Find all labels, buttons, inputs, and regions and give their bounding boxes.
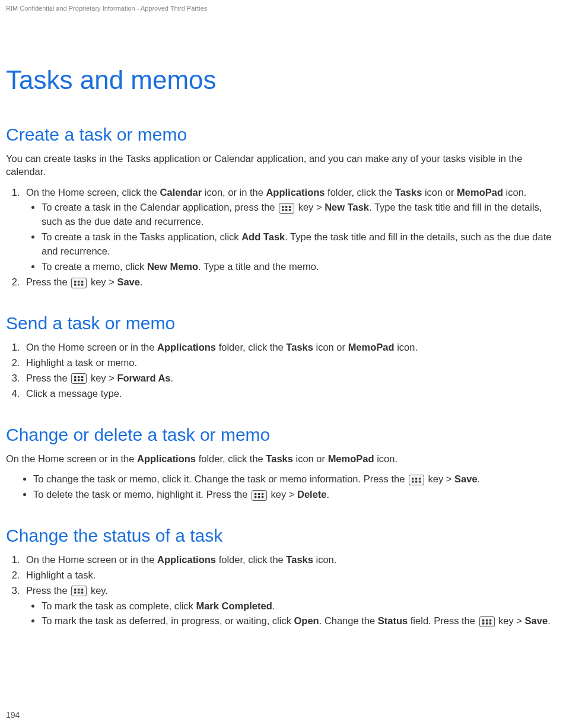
bold: New Memo [147, 261, 198, 272]
bold: MemoPad [457, 187, 503, 198]
bold: Tasks [286, 554, 313, 565]
text: To change the task or memo, click it. Ch… [33, 473, 408, 484]
section-create: Create a task or memo You can create tas… [6, 125, 557, 290]
bold: Add Task [241, 231, 285, 242]
text: icon. [313, 554, 336, 565]
step-2: Press the key > Save. [23, 275, 557, 290]
bold: Save [117, 276, 140, 287]
text: To mark the task as deferred, in progres… [42, 615, 294, 626]
text: field. Press the [408, 615, 478, 626]
text: key. [88, 585, 108, 596]
bold: MemoPad [328, 453, 374, 464]
bold: Tasks [266, 453, 293, 464]
blackberry-key-icon [252, 490, 267, 501]
sub-bullets: To mark the task as complete, click Mark… [26, 599, 557, 629]
text: icon or [293, 453, 328, 464]
text: . [478, 473, 481, 484]
text: icon or [422, 187, 457, 198]
text: . [140, 276, 143, 287]
bold: Applications [157, 554, 216, 565]
bold: MemoPad [348, 342, 395, 352]
step: Press the key. To mark the task as compl… [23, 584, 557, 629]
text: icon. [395, 342, 418, 352]
step: Press the key > Forward As. [23, 371, 557, 386]
heading-change-delete: Change or delete a task or memo [6, 425, 557, 445]
text: To create a memo, click [42, 261, 147, 272]
text: . [327, 489, 330, 500]
text: . [171, 373, 174, 383]
text: . [548, 615, 551, 626]
bold: Calendar [160, 187, 202, 198]
bullet: To create a task in the Calendar applica… [42, 201, 557, 229]
blackberry-key-icon [279, 203, 294, 214]
text: To create a task in the Tasks applicatio… [42, 231, 241, 242]
text: To mark the task as complete, click [42, 600, 196, 611]
bold: Applications [266, 187, 325, 198]
text: icon, or in the [202, 187, 266, 198]
bold: Tasks [395, 187, 422, 198]
step-1: On the Home screen, click the Calendar i… [23, 186, 557, 275]
text: key > [88, 373, 117, 383]
change-delete-bullets: To change the task or memo, click it. Ch… [18, 472, 557, 502]
intro-line: On the Home screen or in the Application… [6, 452, 557, 465]
text: On the Home screen or in the [26, 342, 157, 352]
blackberry-key-icon [479, 616, 495, 627]
text: . Change the [319, 615, 378, 626]
bold: Applications [137, 453, 196, 464]
text: key > [88, 276, 117, 287]
bold: Save [454, 473, 478, 484]
step: Click a message type. [23, 387, 557, 401]
bold: Mark Completed [196, 600, 272, 611]
step: Highlight a task. [23, 568, 557, 583]
text: On the Home screen or in the [26, 554, 157, 565]
text: Press the [26, 276, 70, 287]
text: icon. [503, 187, 526, 198]
status-steps: On the Home screen or in the Application… [6, 553, 557, 629]
heading-create: Create a task or memo [6, 125, 557, 145]
text: . [272, 600, 275, 611]
text: folder, click the [216, 554, 286, 565]
blackberry-key-icon [71, 586, 87, 596]
text: To delete the task or memo, highlight it… [33, 489, 250, 500]
step: On the Home screen or in the Application… [23, 553, 557, 567]
text: icon or [313, 342, 348, 352]
bold: Save [525, 615, 548, 626]
text: On the Home screen or in the [6, 453, 137, 464]
text: icon. [374, 453, 397, 464]
bold: Tasks [286, 342, 313, 352]
bullet: To delete the task or memo, highlight it… [33, 488, 557, 502]
section-status: Change the status of a task On the Home … [6, 526, 557, 629]
text: Press the [26, 585, 70, 596]
heading-status: Change the status of a task [6, 526, 557, 546]
section-send: Send a task or memo On the Home screen o… [6, 313, 557, 401]
bold: Delete [297, 489, 327, 500]
text: folder, click the [325, 187, 395, 198]
bold: New Task [325, 202, 369, 212]
bold: Open [294, 615, 319, 626]
sub-bullets: To create a task in the Calendar applica… [26, 201, 557, 274]
text: folder, click the [216, 342, 286, 352]
text: key > [268, 489, 297, 500]
section-change-delete: Change or delete a task or memo On the H… [6, 425, 557, 502]
blackberry-key-icon [71, 373, 87, 384]
text: folder, click the [196, 453, 266, 464]
intro-text: You can create tasks in the Tasks applic… [6, 152, 557, 179]
text: Press the [26, 373, 70, 383]
text: key > [425, 473, 454, 484]
bullet: To mark the task as deferred, in progres… [42, 614, 557, 628]
text: On the Home screen, click the [26, 187, 160, 198]
page-title: Tasks and memos [6, 65, 557, 95]
create-steps: On the Home screen, click the Calendar i… [6, 186, 557, 290]
blackberry-key-icon [409, 475, 424, 485]
text: key > [496, 615, 525, 626]
heading-send: Send a task or memo [6, 313, 557, 333]
step: On the Home screen or in the Application… [23, 341, 557, 355]
bold: Applications [157, 342, 216, 352]
text: . Type a title and the memo. [198, 261, 319, 272]
confidential-notice: RIM Confidential and Proprietary Informa… [6, 5, 557, 12]
blackberry-key-icon [71, 278, 87, 288]
bold: Status [378, 615, 408, 626]
bullet: To create a memo, click New Memo. Type a… [42, 260, 557, 274]
text: To create a task in the Calendar applica… [42, 202, 278, 212]
text: key > [295, 202, 325, 212]
